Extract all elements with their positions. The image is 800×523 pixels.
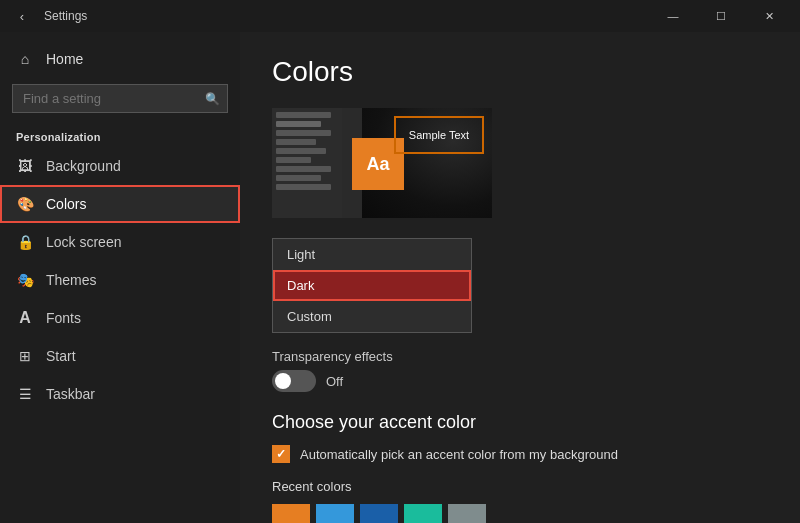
checkmark-icon: ✓ xyxy=(276,447,286,461)
main-layout: ⌂ Home 🔍 Personalization 🖼 Background 🎨 … xyxy=(0,32,800,523)
preview-strip-items xyxy=(276,112,331,190)
sidebar-item-fonts[interactable]: A Fonts xyxy=(0,299,240,337)
accent-color-title: Choose your accent color xyxy=(272,412,768,433)
content-area: Colors Aa xyxy=(240,32,800,523)
dropdown-box: Light Dark Custom xyxy=(272,238,472,333)
preview-strip-bar xyxy=(276,112,331,118)
color-swatch-orange[interactable] xyxy=(272,504,310,523)
sidebar-search-container: 🔍 xyxy=(12,84,228,113)
close-button[interactable]: ✕ xyxy=(746,0,792,32)
preview-strip-bar xyxy=(276,148,326,154)
search-input[interactable] xyxy=(12,84,228,113)
recent-colors-label: Recent colors xyxy=(272,479,768,494)
sidebar-item-home[interactable]: ⌂ Home xyxy=(0,40,240,78)
sidebar-item-fonts-label: Fonts xyxy=(46,310,81,326)
titlebar-title: Settings xyxy=(44,9,87,23)
color-swatch-dark-blue[interactable] xyxy=(360,504,398,523)
sidebar-item-taskbar-label: Taskbar xyxy=(46,386,95,402)
color-swatch-teal[interactable] xyxy=(404,504,442,523)
home-icon: ⌂ xyxy=(16,50,34,68)
background-icon: 🖼 xyxy=(16,157,34,175)
preview-sample-text: Sample Text xyxy=(409,129,469,141)
preview-left-panel xyxy=(272,108,342,218)
colors-icon: 🎨 xyxy=(16,195,34,213)
sidebar-item-lock-screen-label: Lock screen xyxy=(46,234,121,250)
fonts-icon: A xyxy=(16,309,34,327)
sidebar-item-lock-screen[interactable]: 🔒 Lock screen xyxy=(0,223,240,261)
minimize-button[interactable]: — xyxy=(650,0,696,32)
titlebar: ‹ Settings — ☐ ✕ xyxy=(0,0,800,32)
sidebar-item-background[interactable]: 🖼 Background xyxy=(0,147,240,185)
back-button[interactable]: ‹ xyxy=(8,2,36,30)
page-title: Colors xyxy=(272,56,768,88)
lock-screen-icon: 🔒 xyxy=(16,233,34,251)
personalization-label: Personalization xyxy=(0,119,240,147)
sidebar-item-themes[interactable]: 🎭 Themes xyxy=(0,261,240,299)
theme-preview: Aa Sample Text xyxy=(272,108,492,218)
taskbar-icon: ☰ xyxy=(16,385,34,403)
theme-mode-dropdown[interactable]: Light Dark Custom xyxy=(272,238,768,333)
accent-auto-label: Automatically pick an accent color from … xyxy=(300,447,618,462)
sidebar-item-colors-label: Colors xyxy=(46,196,86,212)
recent-colors-swatches xyxy=(272,504,768,523)
preview-aa-text: Aa xyxy=(366,154,389,175)
themes-icon: 🎭 xyxy=(16,271,34,289)
preview-strip-bar xyxy=(276,121,321,127)
preview-strip-bar xyxy=(276,175,321,181)
sidebar-home-label: Home xyxy=(46,51,83,67)
transparency-toggle-label: Off xyxy=(326,374,343,389)
transparency-toggle[interactable] xyxy=(272,370,316,392)
sidebar-item-taskbar[interactable]: ☰ Taskbar xyxy=(0,375,240,413)
preview-sample-text-box: Sample Text xyxy=(394,116,484,154)
transparency-label: Transparency effects xyxy=(272,349,768,364)
titlebar-controls: — ☐ ✕ xyxy=(650,0,792,32)
preview-strip-bar xyxy=(276,184,331,190)
preview-strip-bar xyxy=(276,166,331,172)
sidebar-item-themes-label: Themes xyxy=(46,272,97,288)
sidebar-item-start-label: Start xyxy=(46,348,76,364)
dropdown-option-light[interactable]: Light xyxy=(273,239,471,270)
titlebar-left: ‹ Settings xyxy=(8,2,87,30)
transparency-toggle-row: Off xyxy=(272,370,768,392)
sidebar-item-background-label: Background xyxy=(46,158,121,174)
sidebar: ⌂ Home 🔍 Personalization 🖼 Background 🎨 … xyxy=(0,32,240,523)
maximize-button[interactable]: ☐ xyxy=(698,0,744,32)
preview-strip-bar xyxy=(276,139,316,145)
preview-strip-bar xyxy=(276,130,331,136)
color-swatch-gray[interactable] xyxy=(448,504,486,523)
preview-strip-bar xyxy=(276,157,311,163)
sidebar-item-colors[interactable]: 🎨 Colors xyxy=(0,185,240,223)
accent-auto-checkbox[interactable]: ✓ xyxy=(272,445,290,463)
color-swatch-blue[interactable] xyxy=(316,504,354,523)
sidebar-item-start[interactable]: ⊞ Start xyxy=(0,337,240,375)
start-icon: ⊞ xyxy=(16,347,34,365)
dropdown-option-custom[interactable]: Custom xyxy=(273,301,471,332)
search-icon: 🔍 xyxy=(205,92,220,106)
dropdown-option-dark[interactable]: Dark xyxy=(273,270,471,301)
accent-auto-row: ✓ Automatically pick an accent color fro… xyxy=(272,445,768,463)
